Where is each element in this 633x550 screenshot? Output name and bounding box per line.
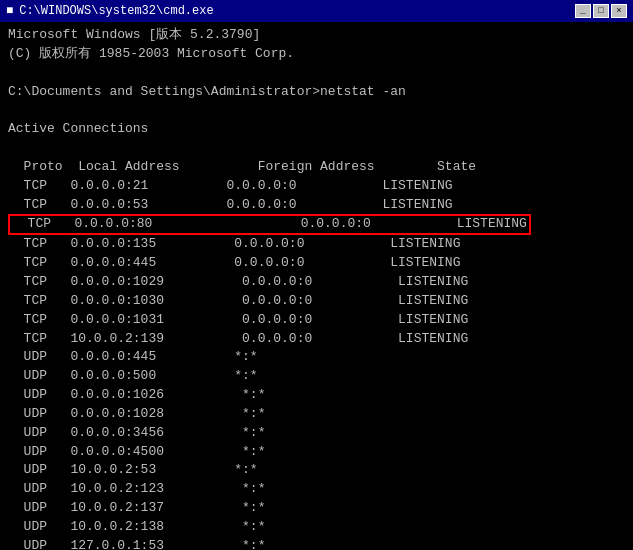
table-row: TCP 0.0.0.0:1030 0.0.0.0:0 LISTENING bbox=[8, 292, 625, 311]
title-bar-left: ■ C:\WINDOWS\system32\cmd.exe bbox=[6, 4, 214, 18]
table-row: TCP 0.0.0.0:21 0.0.0.0:0 LISTENING bbox=[8, 177, 625, 196]
minimize-button[interactable]: _ bbox=[575, 4, 591, 18]
table-row: UDP 0.0.0.0:1026 *:* bbox=[8, 386, 625, 405]
table-row: UDP 10.0.0.2:138 *:* bbox=[8, 518, 625, 537]
command-line: C:\Documents and Settings\Administrator>… bbox=[8, 83, 625, 102]
table-row: TCP 0.0.0.0:80 0.0.0.0:0 LISTENING bbox=[8, 214, 625, 235]
active-connections-label: Active Connections bbox=[8, 120, 625, 139]
line-empty2 bbox=[8, 139, 625, 158]
table-row: UDP 0.0.0.0:3456 *:* bbox=[8, 424, 625, 443]
close-button[interactable]: × bbox=[611, 4, 627, 18]
line-2: (C) 版权所有 1985-2003 Microsoft Corp. bbox=[8, 45, 625, 64]
title-bar-text: C:\WINDOWS\system32\cmd.exe bbox=[19, 4, 213, 18]
table-row: UDP 10.0.0.2:53 *:* bbox=[8, 461, 625, 480]
table-row: UDP 127.0.0.1:53 *:* bbox=[8, 537, 625, 550]
table-row: UDP 0.0.0.0:445 *:* bbox=[8, 348, 625, 367]
connections-table: TCP 0.0.0.0:21 0.0.0.0:0 LISTENING TCP 0… bbox=[8, 177, 625, 550]
table-row: TCP 0.0.0.0:445 0.0.0.0:0 LISTENING bbox=[8, 254, 625, 273]
table-row: UDP 10.0.0.2:123 *:* bbox=[8, 480, 625, 499]
line-1: Microsoft Windows [版本 5.2.3790] bbox=[8, 26, 625, 45]
table-row: TCP 0.0.0.0:135 0.0.0.0:0 LISTENING bbox=[8, 235, 625, 254]
line-empty bbox=[8, 101, 625, 120]
title-bar-controls[interactable]: _ □ × bbox=[575, 4, 627, 18]
table-row: UDP 10.0.0.2:137 *:* bbox=[8, 499, 625, 518]
title-bar: ■ C:\WINDOWS\system32\cmd.exe _ □ × bbox=[0, 0, 633, 22]
maximize-button[interactable]: □ bbox=[593, 4, 609, 18]
table-row: TCP 0.0.0.0:53 0.0.0.0:0 LISTENING bbox=[8, 196, 625, 215]
cmd-icon: ■ bbox=[6, 4, 13, 18]
table-row: UDP 0.0.0.0:500 *:* bbox=[8, 367, 625, 386]
table-row: TCP 0.0.0.0:1031 0.0.0.0:0 LISTENING bbox=[8, 311, 625, 330]
line-3 bbox=[8, 64, 625, 83]
window-container: ■ C:\WINDOWS\system32\cmd.exe _ □ × Micr… bbox=[0, 0, 633, 550]
table-row: TCP 0.0.0.0:1029 0.0.0.0:0 LISTENING bbox=[8, 273, 625, 292]
header-row: Proto Local Address Foreign Address Stat… bbox=[8, 158, 625, 177]
table-row: UDP 0.0.0.0:4500 *:* bbox=[8, 443, 625, 462]
table-row: TCP 10.0.0.2:139 0.0.0.0:0 LISTENING bbox=[8, 330, 625, 349]
console-body: Microsoft Windows [版本 5.2.3790] (C) 版权所有… bbox=[0, 22, 633, 550]
table-row: UDP 0.0.0.0:1028 *:* bbox=[8, 405, 625, 424]
